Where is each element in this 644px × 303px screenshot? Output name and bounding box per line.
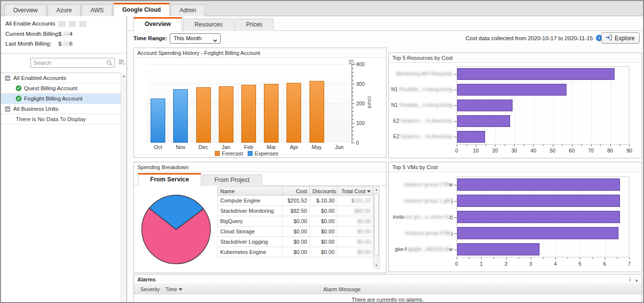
main-tab-overview[interactable]: Overview	[133, 17, 182, 31]
bar	[457, 68, 615, 80]
main-tab-prices[interactable]: Prices	[235, 19, 274, 31]
table-row[interactable]: Stackdriver Monitoring$82.50$0.00$82.50	[217, 206, 373, 216]
top-resources-chart: 0102030405060708090Monitoring API Reques…	[389, 63, 642, 158]
main-tabs: OverviewResourcesPrices	[133, 17, 275, 31]
x-tick	[533, 145, 534, 147]
table-row[interactable]: Cloud Storage$0.00$0.00$0.00	[217, 227, 373, 237]
breakdown-table-header: Name Cost Discounts Total Cost	[217, 186, 373, 196]
x-tick-label: Nov	[169, 144, 192, 150]
search-box[interactable]	[30, 58, 115, 68]
table-row[interactable]: Compute Engine$201.52$-10.30$191.22	[217, 196, 373, 206]
explore-button[interactable]: Explore	[601, 32, 640, 44]
x-tick-label: 4	[548, 261, 563, 267]
y-minor-tick	[352, 76, 354, 76]
bar	[457, 100, 513, 111]
bar	[457, 178, 620, 191]
bar-mar	[264, 84, 279, 143]
spending-history-chart: 0100200300400 OctNovDecJanFebMarAprMayJu…	[134, 58, 386, 157]
x-minor-tick	[486, 145, 486, 146]
y-axis-title: count	[367, 96, 372, 108]
bar-label: N1 Predefin...n Hong Kong	[389, 86, 453, 92]
explore-icon	[605, 34, 612, 42]
breakdown-tab-from-service[interactable]: From Service	[138, 173, 201, 186]
cell-name: Compute Engine	[218, 196, 283, 205]
scroll-up-icon[interactable]: ▲	[374, 188, 379, 191]
table-row[interactable]: BigQuery$0.00$0.00$0.00	[217, 216, 373, 227]
breakdown-tab-from-project[interactable]: From Project	[202, 175, 262, 186]
scrollbar-thumb[interactable]	[374, 193, 379, 256]
bar-jan	[219, 86, 233, 143]
col-name[interactable]: Name	[218, 187, 283, 196]
collapse-minus-icon[interactable]	[5, 106, 10, 112]
bar-oct	[151, 99, 165, 143]
bar	[457, 211, 620, 223]
top-vms-chart: 01234567instance group 2 f9twinstance gr…	[389, 173, 642, 272]
breakdown-tab-strip: From ServiceFrom Project	[134, 173, 386, 186]
explore-label: Explore	[615, 35, 635, 42]
col-alarm-message[interactable]: Alarm Message	[323, 285, 361, 294]
col-time[interactable]: Time	[165, 285, 182, 294]
cell-discounts: $0.00	[310, 237, 337, 247]
cell-total-cost: $82.50	[337, 206, 373, 216]
time-range-select[interactable]: This Month	[170, 33, 221, 44]
bar-apr	[286, 83, 301, 143]
col-discounts[interactable]: Discounts	[310, 187, 337, 196]
cell-cost: $0.00	[283, 237, 310, 247]
y-minor-tick	[352, 115, 354, 116]
cell-cost: $0.00	[283, 227, 310, 236]
col-total-cost[interactable]: Total Cost	[337, 187, 373, 196]
alarms-title: Alarms	[134, 275, 642, 284]
y-minor-tick	[352, 127, 354, 127]
top-tab-azure[interactable]: Azure	[48, 4, 80, 16]
x-tick	[580, 257, 580, 259]
y-tick	[352, 84, 355, 84]
row-tick	[454, 121, 457, 122]
alarms-panel: Alarms i▲ Severity Time Alarm Message Th…	[133, 274, 642, 302]
y-tick	[352, 123, 355, 124]
table-row[interactable]: Kubernetes Engine$0.00$0.00$0.00	[217, 247, 373, 257]
top-tab-overview[interactable]: Overview	[4, 4, 47, 16]
x-tick-label: 50	[545, 148, 560, 153]
collapse-minus-icon[interactable]	[5, 76, 10, 81]
row-tick	[454, 74, 457, 75]
tree-options-icon[interactable]	[118, 59, 126, 66]
bar	[457, 84, 567, 96]
gridline	[147, 64, 351, 65]
bar-nov	[173, 89, 188, 143]
top-tab-google-cloud[interactable]: Google Cloud	[113, 3, 170, 16]
tree-item-all-business-units[interactable]: All Business Units	[1, 104, 127, 114]
col-severity[interactable]: Severity	[140, 285, 160, 294]
top-vms-panel: Top 5 VMs by Cost 01234567instance group…	[388, 162, 642, 272]
top-tab-admin[interactable]: Admin	[171, 4, 205, 16]
table-scrollbar[interactable]: ▲ ▼	[373, 186, 380, 269]
cost-note: Cost data collected from 2020-10-17 to 2…	[465, 35, 593, 41]
info-icon[interactable]: i	[629, 276, 631, 283]
collapse-icon[interactable]: ▲	[635, 278, 639, 282]
main-tab-resources[interactable]: Resources	[183, 19, 233, 31]
col-cost[interactable]: Cost	[283, 187, 310, 196]
tree-item-quest-billing-account[interactable]: Quest Billing Account	[1, 83, 127, 94]
spending-breakdown-body: From ServiceFrom Project Name Cost Disco…	[134, 173, 386, 273]
app-window: OverviewAzureAWSGoogle CloudAdmin All En…	[0, 0, 644, 303]
x-tick-label: 0	[449, 261, 464, 267]
tree-scrollbar[interactable]: ▲	[121, 73, 127, 302]
spending-breakdown-title: Spending Breakdown	[134, 162, 386, 172]
scroll-up-icon[interactable]: ▲	[121, 74, 127, 77]
x-tick	[605, 257, 605, 259]
main-tab-strip: OverviewResourcesPrices	[128, 16, 643, 31]
top-tab-strip: OverviewAzureAWSGoogle CloudAdmin	[1, 1, 643, 16]
scroll-down-icon[interactable]: ▼	[374, 264, 379, 267]
row-tick	[454, 90, 457, 90]
y-minor-tick	[352, 92, 354, 92]
top-tab-aws[interactable]: AWS	[81, 4, 112, 16]
row-tick	[454, 233, 457, 234]
tree-item-all-enabled-accounts[interactable]: All Enabled Accounts	[1, 73, 127, 83]
search-input[interactable]	[33, 59, 102, 66]
table-row[interactable]: Stackdriver Logging$0.00$0.00$0.00	[217, 237, 373, 247]
tree-item-foglight-billing-account[interactable]: Foglight Billing Account	[1, 94, 127, 104]
x-tick-label: 6	[597, 261, 612, 267]
bar	[457, 195, 620, 207]
y-tick-label: 0	[356, 140, 359, 146]
column-divider	[320, 286, 320, 293]
tree-item-there-is-no-data-to-display[interactable]: There is No Data To Display	[1, 114, 127, 125]
